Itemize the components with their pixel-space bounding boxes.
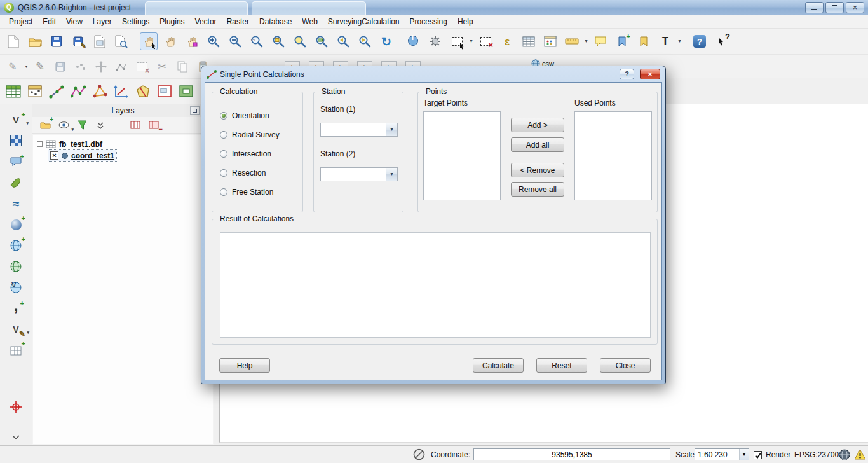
run-feature-action-icon[interactable] <box>426 32 444 50</box>
window-titlebar[interactable]: Q QGIS 2.6.0-Brighton - test project × <box>0 0 868 15</box>
render-checkbox[interactable] <box>754 451 762 459</box>
reset-button[interactable]: Reset <box>536 358 587 373</box>
dialog-help-button[interactable]: ? <box>620 69 634 79</box>
new-shapefile-layer-icon[interactable]: V✎▾ <box>8 321 24 338</box>
add-feature-icon[interactable] <box>72 58 90 76</box>
background-window-tab[interactable] <box>252 1 366 15</box>
network-adjustment-icon[interactable] <box>91 83 109 100</box>
traverse-calculations-icon[interactable] <box>69 83 87 100</box>
station1-combobox[interactable]: ▾ <box>320 123 398 137</box>
add-wms-layer-icon[interactable]: + <box>8 237 24 254</box>
minimize-button[interactable] <box>805 2 824 13</box>
current-edits-dropdown[interactable]: ▾ <box>23 59 30 74</box>
add-vector-layer-icon[interactable]: V+▾ <box>8 111 24 128</box>
help-button[interactable]: Help <box>219 358 270 373</box>
save-project-icon[interactable] <box>48 32 65 50</box>
field-calculator-icon[interactable] <box>541 32 559 50</box>
measure-line-icon[interactable] <box>563 32 581 50</box>
toolbar-overflow-chevron-icon[interactable] <box>8 429 24 445</box>
calculate-button[interactable]: Calculate <box>473 358 524 373</box>
filter-legend-icon[interactable] <box>76 119 88 132</box>
open-attribute-table-icon[interactable] <box>520 32 538 50</box>
single-point-calculations-icon[interactable] <box>48 83 65 100</box>
add-delimited-text-layer-icon[interactable]: ,+ <box>8 300 24 317</box>
zoom-out-icon[interactable] <box>226 32 244 50</box>
identify-icon[interactable]: i <box>405 32 423 50</box>
select-rectangle-dropdown[interactable]: ▾ <box>468 34 475 49</box>
menu-layer[interactable]: Layer <box>88 15 117 28</box>
pan-map-icon[interactable] <box>161 32 179 50</box>
new-print-composer-icon[interactable] <box>91 32 109 50</box>
add-raster-layer-icon[interactable] <box>8 132 24 149</box>
map-tips-icon[interactable] <box>592 32 609 50</box>
select-by-expression-icon[interactable]: ε <box>498 32 516 50</box>
remove-button[interactable]: < Remove <box>511 163 564 177</box>
measure-dropdown[interactable]: ▾ <box>583 34 590 49</box>
remove-all-button[interactable]: Remove all <box>511 182 564 197</box>
save-edits-icon[interactable] <box>51 58 69 76</box>
add-postgis-layer-icon[interactable]: + <box>8 153 24 170</box>
batch-plotting-icon[interactable] <box>177 83 195 100</box>
layer-visibility-checkbox[interactable]: × <box>50 151 58 160</box>
used-points-list[interactable] <box>574 111 652 200</box>
layer-row-fb-test1[interactable]: fb_test1.dbf <box>37 139 102 149</box>
dialog-titlebar[interactable]: Single Point Calculations ? × <box>205 66 662 82</box>
coordinate-input[interactable] <box>473 448 670 460</box>
layer-row-coord-test1[interactable]: × coord_test1 <box>48 150 116 161</box>
target-points-list[interactable] <box>423 111 501 200</box>
help-contents-icon[interactable]: ? <box>691 32 709 50</box>
messages-warning-icon[interactable] <box>854 449 866 462</box>
menu-raster[interactable]: Raster <box>222 15 254 28</box>
zoom-last-icon[interactable] <box>334 32 352 50</box>
new-spatialite-layer-icon[interactable]: + <box>8 342 24 359</box>
manage-layer-visibility-icon[interactable]: ▾ <box>57 119 70 132</box>
add-group-icon[interactable]: + <box>39 119 51 132</box>
menu-database[interactable]: Database <box>254 15 297 28</box>
scale-combobox[interactable]: 1:60 230 ▾ <box>695 448 749 460</box>
coordinate-transformation-icon[interactable] <box>112 83 130 100</box>
add-wfs-layer-icon[interactable]: V <box>8 279 24 296</box>
add-spatialite-layer-icon[interactable] <box>8 174 24 191</box>
text-annotation-icon[interactable]: T <box>656 32 674 50</box>
radio-free-station[interactable]: Free Station <box>220 188 273 197</box>
touch-zoom-pan-icon[interactable] <box>140 32 158 50</box>
coordinate-capture-icon[interactable] <box>8 399 24 415</box>
crs-status-icon[interactable] <box>839 449 850 462</box>
polygon-division-icon[interactable] <box>134 83 152 100</box>
add-button[interactable]: Add > <box>511 118 564 132</box>
plot-by-template-icon[interactable] <box>156 83 173 100</box>
select-rectangle-icon[interactable] <box>448 32 466 50</box>
whats-this-icon[interactable]: ? <box>712 32 730 50</box>
zoom-to-layer-icon[interactable] <box>313 32 330 50</box>
tree-expander-icon[interactable] <box>37 141 43 147</box>
save-project-as-icon[interactable]: ✎ <box>69 32 87 50</box>
extent-marker-icon[interactable] <box>413 448 425 462</box>
result-textarea[interactable] <box>220 232 651 338</box>
add-mssql-layer-icon[interactable]: ≈ <box>8 195 24 212</box>
zoom-in-icon[interactable] <box>205 32 222 50</box>
zoom-native-icon[interactable]: 1:1 <box>248 32 266 50</box>
menu-vector[interactable]: Vector <box>190 15 222 28</box>
zoom-full-icon[interactable] <box>269 32 287 50</box>
radio-intersection[interactable]: Intersection <box>220 149 271 158</box>
background-window-tab[interactable] <box>145 1 248 15</box>
menu-surveyingcalculation[interactable]: SurveyingCalculation <box>323 15 405 28</box>
open-project-icon[interactable] <box>26 32 44 50</box>
refresh-icon[interactable]: ↻ <box>377 32 395 50</box>
new-fieldbook-icon[interactable] <box>26 83 44 100</box>
pan-to-selection-icon[interactable] <box>183 32 201 50</box>
move-feature-icon[interactable] <box>92 58 110 76</box>
zoom-to-selection-icon[interactable] <box>291 32 309 50</box>
radio-resection[interactable]: Resection <box>220 169 266 177</box>
remove-layer-icon[interactable] <box>129 119 142 132</box>
menu-settings[interactable]: Settings <box>117 15 154 28</box>
text-annotation-dropdown[interactable]: ▾ <box>676 34 683 49</box>
radio-radial-survey[interactable]: Radial Survey <box>220 130 280 139</box>
radio-orientation[interactable]: Orientation <box>220 111 269 120</box>
deselect-all-icon[interactable]: × <box>477 32 494 50</box>
menu-project[interactable]: Project <box>4 15 37 28</box>
cut-features-icon[interactable]: ✂ <box>153 58 171 76</box>
menu-help[interactable]: Help <box>452 15 478 28</box>
new-project-icon[interactable] <box>4 32 22 50</box>
delete-selected-icon[interactable]: × <box>133 58 151 76</box>
